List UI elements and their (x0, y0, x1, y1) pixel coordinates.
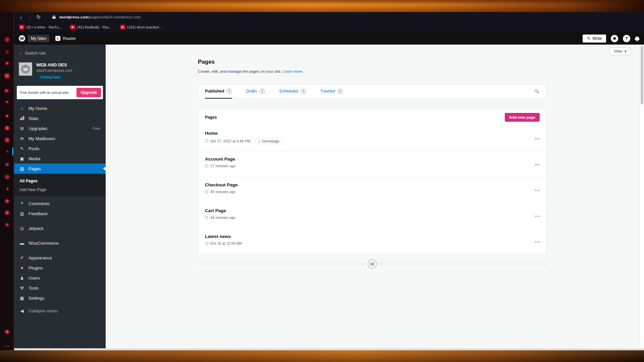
app-icon-youtube[interactable]: ▶ (0, 88, 14, 93)
app-icon-home[interactable]: ⌂ (0, 48, 14, 54)
users-icon: ♟ (19, 276, 25, 281)
app-icon-target[interactable]: ◈ (0, 198, 14, 204)
appearance-icon: ✐ (19, 255, 25, 260)
mail-icon: ✉ (19, 136, 25, 141)
scrollbar-thumb[interactable] (641, 46, 643, 104)
tab-scheduled[interactable]: Scheduled 0 (279, 84, 306, 99)
coming-soon-badge: Coming Soon (36, 75, 65, 80)
tab-published[interactable]: Published 5 (205, 84, 232, 99)
cart-icon: ⊞ (19, 126, 25, 131)
forward-icon[interactable]: › (25, 14, 34, 20)
upgrade-text: Free domain with an annual plan (20, 91, 74, 95)
lock-icon (52, 16, 56, 19)
sidebar-item-my-home[interactable]: ⌂ My Home (14, 103, 106, 113)
bookmark-item[interactable]: ▶ (161) drum practice... (120, 25, 162, 29)
row-actions-button[interactable]: ⋯ (535, 213, 540, 219)
woocommerce-icon: ▬ (19, 241, 25, 246)
site-name: WEB AND DES (36, 62, 72, 67)
app-icon-heart[interactable]: ♥ (0, 60, 14, 66)
row-actions-button[interactable]: ⋯ (535, 187, 540, 193)
sidebar-item-settings[interactable]: ▦ Settings (14, 293, 106, 303)
row-actions-button[interactable]: ⋯ (535, 239, 540, 245)
tab-count-badge: 0 (301, 89, 306, 94)
app-icon-chat[interactable]: ❝ (0, 100, 14, 106)
page-row-date: Oct 16 at 12:00 AM (210, 241, 242, 245)
browser-window: ‹ › ↻ wordpress.com/pages/sda24.wordpres… (14, 12, 644, 350)
app-icon-swirl[interactable]: ◎ (0, 36, 14, 42)
page-row-title[interactable]: Account Page (205, 157, 540, 162)
sidebar-item-users[interactable]: ♟ Users (14, 273, 106, 283)
sidebar-item-jetpack[interactable]: ◎ Jetpack (14, 223, 106, 233)
add-new-page-button[interactable]: Add new page (505, 113, 540, 122)
collapse-menu-button[interactable]: ◀ Collapse menu (14, 306, 106, 316)
learn-more-link[interactable]: Learn more. (283, 69, 304, 73)
app-icon-record[interactable]: ● (0, 113, 14, 118)
page-row-title[interactable]: Home (205, 131, 540, 136)
tab-label: Published (205, 89, 224, 94)
search-icon[interactable] (534, 89, 540, 94)
sidebar-item-my-mailboxes[interactable]: ✉ My Mailboxes (14, 133, 106, 143)
posts-icon: ✎ (19, 146, 25, 151)
page-scrollbar[interactable] (639, 45, 644, 350)
app-icon-more[interactable]: ⋯ (0, 343, 14, 349)
app-icon-gear[interactable]: ✳ (0, 222, 14, 228)
switch-site-button[interactable]: ‹ Switch site (14, 49, 106, 60)
upgrade-button[interactable]: Upgrade (76, 88, 101, 97)
page-row-title[interactable]: Checkout Page (205, 182, 540, 187)
app-icon-box[interactable]: ▣ (0, 72, 14, 78)
sidebar-item-label: Posts (29, 146, 40, 151)
sidebar-item-appearance[interactable]: ✐ Appearance (14, 253, 106, 263)
sidebar-item-comments[interactable]: ❝ Comments (14, 198, 106, 208)
tab-trashed[interactable]: Trashed 0 (320, 84, 343, 99)
back-icon[interactable]: ‹ (17, 14, 25, 20)
app-icon-disc[interactable]: ◍ (0, 137, 14, 143)
reader-button[interactable]: ☰ Reader (55, 36, 76, 41)
sidebar-item-woocommerce[interactable]: ▬ WooCommerce (14, 238, 106, 248)
sidebar-item-media[interactable]: ▣ Media (14, 154, 106, 164)
site-card[interactable]: W WEB AND DES sda24.wordpress.com Coming… (14, 60, 106, 81)
sidebar-item-posts[interactable]: ✎ Posts (14, 143, 106, 154)
help-icon[interactable]: ? (623, 35, 630, 42)
view-button[interactable]: View ▾ (609, 47, 631, 55)
sidebar-item-upgrades[interactable]: ⊞ Upgrades Free (14, 123, 106, 133)
write-button[interactable]: ✎ Write (583, 35, 606, 43)
reload-icon[interactable]: ↻ (34, 14, 43, 20)
submenu-all-pages[interactable]: All Pages (14, 177, 106, 185)
sidebar-item-label: Collapse menu (29, 308, 58, 313)
page-row-date: 17 minutes ago (210, 164, 235, 168)
page-row-account: Account Page 17 minutes ago ⋯ (198, 151, 546, 177)
bookmark-item[interactable]: ▶ (3) r u mine - YouTu... (19, 25, 62, 29)
notifications-bell-icon[interactable] (635, 37, 639, 40)
page-row-title[interactable]: Cart Page (205, 208, 540, 213)
profile-avatar[interactable]: ❋ (611, 35, 618, 42)
sidebar-item-label: Appearance (29, 255, 52, 260)
tools-icon: ⚒ (19, 286, 25, 291)
bookmark-item[interactable]: ▶ (41) Redbully - You... (70, 25, 112, 29)
row-actions-button[interactable]: ⋯ (535, 135, 540, 142)
app-icon-clock[interactable]: ◑ (0, 186, 14, 191)
submenu-add-new-page[interactable]: Add New Page (14, 185, 106, 194)
sidebar-item-plugins[interactable]: ✦ Plugins (14, 263, 106, 273)
settings-icon: ▦ (19, 296, 25, 301)
app-icon-badge[interactable]: ◆ (0, 328, 14, 335)
sidebar-item-label: Comments (29, 201, 50, 206)
app-icon-ring[interactable]: ◎ (0, 174, 14, 180)
tab-drafts[interactable]: Drafts 0 (246, 84, 265, 99)
sidebar-item-tools[interactable]: ⚒ Tools (14, 283, 106, 293)
row-actions-button[interactable]: ⋯ (535, 161, 540, 168)
address-bar[interactable]: wordpress.com/pages/sda24.wordpress.com (59, 15, 141, 19)
page-row-title[interactable]: Latest news (205, 234, 540, 239)
my-sites-button[interactable]: My Sites (28, 35, 49, 42)
sidebar-item-stats[interactable]: Stats (14, 113, 106, 123)
app-icon-camera[interactable]: ◉ (0, 125, 14, 131)
tab-count-badge: 5 (226, 89, 232, 94)
home-icon: ⌂ (19, 106, 25, 111)
sidebar-item-feedback[interactable]: ▥ Feedback (14, 208, 106, 219)
app-icon-star[interactable]: ✱ (0, 210, 14, 216)
sidebar-item-pages[interactable]: ▤ Pages (14, 164, 106, 174)
pencil-icon: ✎ (587, 36, 590, 41)
app-icon-x[interactable]: ✕ (0, 162, 14, 168)
sidebar-menu: ⌂ My Home Stats ⊞ Upgrades Free ✉ My (14, 103, 106, 316)
wordpress-logo-icon: W (19, 35, 25, 42)
bookmark-label: (161) drum practice... (127, 25, 162, 29)
